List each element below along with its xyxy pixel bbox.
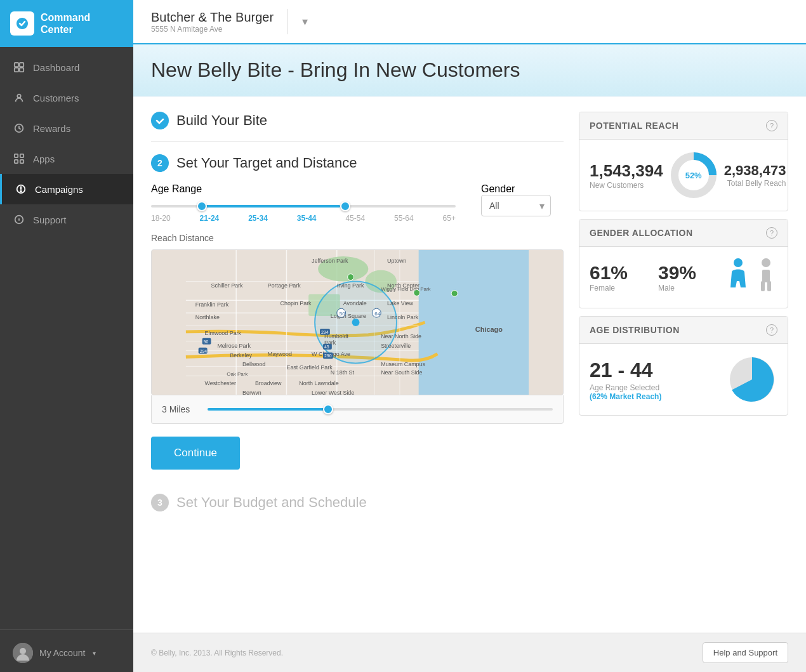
svg-rect-92: [762, 270, 770, 282]
potential-reach-title: Potential Reach: [590, 121, 678, 131]
svg-point-11: [20, 191, 22, 192]
sidebar-item-dashboard[interactable]: Dashboard: [0, 52, 133, 82]
reach-distance-label: Reach Distance: [151, 233, 564, 243]
svg-text:64: 64: [374, 311, 380, 317]
male-pct: 39%: [658, 262, 719, 284]
svg-text:Uptown: Uptown: [387, 258, 406, 264]
left-panel: Build Your Bite 2 Set Your Target and Di…: [151, 112, 564, 617]
range-label: 65+: [443, 214, 456, 223]
my-account[interactable]: My Account ▾: [0, 634, 133, 672]
donut-chart: 52%: [668, 150, 719, 201]
continue-button[interactable]: Continue: [151, 437, 240, 470]
range-label: 55-64: [394, 214, 414, 223]
sidebar-item-campaigns[interactable]: Campaigns: [0, 174, 133, 204]
right-panel: Potential Reach ? 1,543,394 New Customer…: [579, 112, 788, 617]
apps-icon: [13, 152, 25, 165]
sidebar-item-apps[interactable]: Apps: [0, 143, 133, 174]
range-thumb-left[interactable]: [197, 201, 207, 211]
svg-text:Franklin Park: Franklin Park: [195, 301, 229, 308]
svg-text:Berkeley: Berkeley: [230, 352, 252, 359]
step2-header: 2 Set Your Target and Distance: [151, 154, 564, 172]
sidebar-item-support[interactable]: Support: [0, 204, 133, 235]
reach-number: 1,543,394: [590, 161, 663, 181]
dashboard-icon: [13, 61, 25, 74]
range-label-selected: 21-24: [200, 214, 220, 223]
svg-point-4: [17, 95, 20, 98]
age-distribution-title: Age Distribution: [590, 325, 680, 335]
total-reach-label: Total Belly Reach: [724, 179, 786, 188]
svg-text:East Garfield Park: East Garfield Park: [286, 364, 333, 371]
range-label-selected: 25-34: [248, 214, 268, 223]
svg-text:Northlake: Northlake: [195, 314, 220, 320]
svg-rect-1: [20, 63, 23, 67]
sidebar: Command Center Dashboard Customers Rewar…: [0, 0, 133, 672]
female-label: Female: [590, 284, 651, 293]
distance-thumb[interactable]: [323, 404, 333, 414]
campaign-title: New Belly Bite - Bring In New Customers: [151, 58, 788, 82]
gender-allocation-help[interactable]: ?: [766, 227, 777, 239]
potential-reach-body: 1,543,394 New Customers 52% 2,938,473: [579, 140, 788, 211]
svg-text:Near North Side: Near North Side: [381, 333, 421, 339]
campaign-header: New Belly Bite - Bring In New Customers: [133, 44, 806, 96]
sidebar-item-label: Apps: [33, 154, 55, 164]
sidebar-item-rewards[interactable]: Rewards: [0, 113, 133, 143]
range-label: 45-54: [345, 214, 365, 223]
age-distribution-help[interactable]: ?: [766, 324, 777, 336]
help-support-button[interactable]: Help and Support: [703, 642, 788, 663]
sidebar-item-customers[interactable]: Customers: [0, 82, 133, 113]
svg-text:Streeterville: Streeterville: [381, 343, 411, 349]
main-content: Butcher & The Burger 5555 N Armitage Ave…: [133, 0, 806, 672]
svg-text:Irving Park: Irving Park: [337, 282, 364, 289]
restaurant-dropdown[interactable]: ▾: [302, 15, 308, 29]
svg-text:290: 290: [324, 354, 332, 359]
gender-section: Gender All Male Female: [481, 183, 564, 223]
step1-badge: [151, 112, 169, 129]
range-thumb-right[interactable]: [340, 201, 350, 211]
gender-label: Gender: [481, 183, 515, 194]
age-dist-pie: [727, 354, 777, 405]
footer: © Belly, Inc. 2013. All Rights Reserved.…: [133, 633, 806, 672]
age-dist-reach: (62% Market Reach): [590, 392, 717, 401]
svg-text:Broadview: Broadview: [255, 380, 282, 386]
customers-icon: [13, 91, 25, 104]
potential-reach-header: Potential Reach ?: [579, 112, 788, 140]
potential-reach-row: 1,543,394 New Customers 52% 2,938,473: [590, 150, 777, 201]
distance-slider[interactable]: [208, 408, 553, 411]
avatar: [13, 643, 33, 663]
svg-text:Near South Side: Near South Side: [381, 369, 422, 376]
svg-text:Chopin Park: Chopin Park: [281, 300, 312, 306]
restaurant-name: Butcher & The Burger: [151, 10, 274, 25]
sidebar-logo[interactable]: Command Center: [0, 0, 133, 47]
campaigns-icon: [15, 183, 27, 195]
sidebar-nav: Dashboard Customers Rewards Apps Campaig…: [0, 47, 133, 626]
svg-rect-3: [20, 68, 23, 72]
gender-select[interactable]: All Male Female: [481, 195, 551, 216]
sidebar-item-label: Support: [33, 214, 67, 225]
rewards-icon: [13, 122, 25, 135]
support-icon: [13, 213, 25, 226]
chevron-down-icon: ▾: [93, 650, 96, 657]
potential-reach-help[interactable]: ?: [766, 120, 777, 131]
svg-rect-16: [419, 250, 529, 395]
svg-rect-9: [20, 160, 23, 163]
gender-allocation-header: Gender Allocation ?: [579, 220, 788, 247]
svg-text:Lincoln Park: Lincoln Park: [387, 314, 419, 320]
step3-section: 3 Set Your Budget and Schedule: [151, 494, 564, 511]
reach-left: 1,543,394 New Customers: [590, 161, 663, 190]
male-icon: [755, 257, 777, 298]
map-container[interactable]: Jefferson Park Uptown Schiller Park Port…: [151, 249, 564, 395]
svg-point-85: [414, 289, 420, 296]
age-range-slider[interactable]: 18-20 21-24 25-34 35-44 45-54 55-64 65+: [151, 205, 456, 223]
sidebar-item-label: Campaigns: [35, 184, 83, 195]
svg-text:294: 294: [200, 349, 208, 353]
step1-header: Build Your Bite: [151, 112, 564, 129]
range-label-selected: 35-44: [297, 214, 317, 223]
svg-point-84: [348, 274, 354, 280]
content-area: Build Your Bite 2 Set Your Target and Di…: [133, 96, 806, 633]
step2-badge: 2: [151, 154, 169, 172]
svg-rect-93: [761, 281, 765, 291]
distance-label: 3 Miles: [162, 404, 200, 414]
form-row: Age Range 18-20 21-24 25-34 35-44 4: [151, 183, 564, 223]
svg-rect-0: [15, 63, 18, 67]
restaurant-info: Butcher & The Burger 5555 N Armitage Ave: [151, 10, 274, 34]
